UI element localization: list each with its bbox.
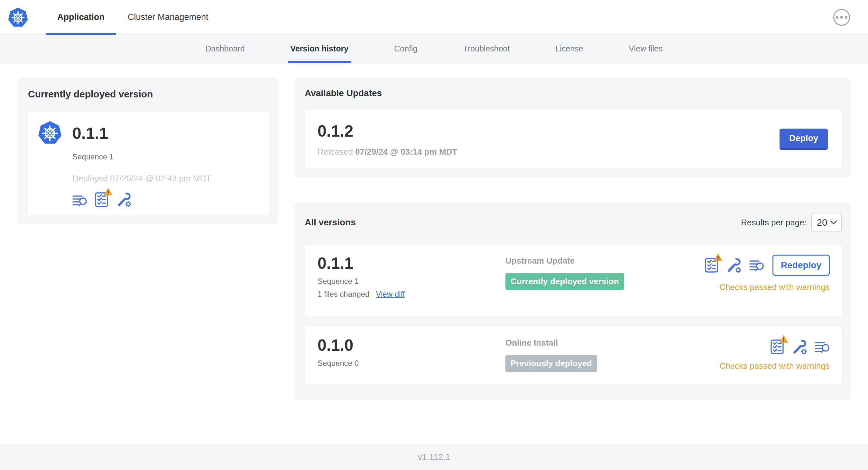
available-updates-title: Available Updates — [305, 88, 842, 98]
overflow-menu-button[interactable] — [833, 9, 850, 26]
config-icon[interactable] — [116, 192, 132, 207]
release-notes-icon[interactable] — [815, 340, 830, 354]
update-released-timestamp: Released 07/29/24 @ 03:14 pm MDT — [317, 147, 457, 157]
preflight-checks-warning-icon[interactable] — [705, 258, 718, 273]
warning-triangle-icon — [103, 188, 113, 196]
config-icon[interactable] — [726, 258, 742, 273]
currently-deployed-panel: Currently deployed version 0.1.1 Sequenc… — [18, 78, 278, 224]
tab-cluster-management[interactable]: Cluster Management — [116, 0, 220, 34]
kubernetes-logo-icon — [7, 0, 29, 34]
currently-deployed-title: Currently deployed version — [28, 89, 269, 100]
row-sequence: Sequence 1 — [317, 277, 505, 286]
results-per-page-value: 20 — [817, 217, 827, 228]
footer: v1.112.1 — [0, 444, 868, 470]
release-notes-icon[interactable] — [749, 258, 764, 272]
console-version-label: v1.112.1 — [417, 452, 451, 462]
status-badge: Previously deployed — [505, 355, 597, 372]
tab-license[interactable]: License — [553, 35, 586, 63]
warning-triangle-icon — [713, 253, 723, 261]
preflight-checks-warning-icon[interactable] — [771, 339, 784, 355]
version-history-content: Currently deployed version 0.1.1 Sequenc… — [0, 63, 868, 444]
app-sub-nav: Dashboard Version history Config Trouble… — [0, 35, 868, 63]
app-kubernetes-logo-icon — [37, 120, 63, 146]
ellipsis-icon — [845, 16, 847, 19]
available-update-card: 0.1.2 Released 07/29/24 @ 03:14 pm MDT D… — [305, 110, 842, 168]
ellipsis-icon — [836, 16, 838, 19]
results-per-page-select[interactable]: 20 — [811, 213, 842, 232]
released-date: 07/29/24 @ 03:14 pm MDT — [355, 147, 457, 157]
ellipsis-icon — [840, 16, 843, 19]
tab-view-files[interactable]: View files — [626, 35, 665, 63]
row-source-label: Online Install — [505, 338, 673, 348]
top-nav: Application Cluster Management — [0, 0, 868, 35]
results-per-page-label: Results per page: — [741, 217, 807, 228]
current-version-card: 0.1.1 Sequence 1 Deployed 07/29/24 @ 02:… — [28, 112, 269, 215]
warning-triangle-icon — [779, 335, 788, 343]
tab-dashboard[interactable]: Dashboard — [203, 35, 247, 63]
row-sequence: Sequence 0 — [317, 359, 505, 368]
row-source-label: Upstream Update — [505, 256, 673, 266]
current-version-deployed-timestamp: Deployed 07/29/24 @ 02:43 pm MDT — [72, 174, 260, 183]
all-versions-title: All versions — [305, 217, 356, 228]
tab-config[interactable]: Config — [392, 35, 420, 63]
updates-and-versions-section: Available Updates 0.1.2 Released 07/29/2… — [294, 78, 851, 400]
tab-application[interactable]: Application — [46, 0, 116, 34]
deploy-button[interactable]: Deploy — [779, 129, 828, 150]
config-icon[interactable] — [792, 339, 807, 355]
update-version-number: 0.1.2 — [317, 122, 457, 140]
currently-deployed-section: Currently deployed version 0.1.1 Sequenc… — [18, 78, 278, 224]
files-changed-label: 1 files changed — [317, 290, 369, 299]
preflight-status-link[interactable]: Checks passed with warnings — [720, 282, 830, 292]
row-version-number: 0.1.1 — [317, 255, 505, 272]
redeploy-button[interactable]: Redeploy — [772, 255, 830, 276]
all-versions-panel: All versions Results per page: 20 — [294, 203, 851, 400]
preflight-status-link[interactable]: Checks passed with warnings — [720, 361, 830, 371]
row-version-number: 0.1.0 — [317, 337, 505, 354]
current-version-sequence: Sequence 1 — [72, 153, 260, 161]
view-diff-link[interactable]: View diff — [376, 290, 405, 299]
preflight-checks-warning-icon[interactable] — [95, 192, 108, 207]
released-label: Released — [317, 147, 353, 157]
chevron-down-icon — [830, 220, 837, 225]
current-version-number: 0.1.1 — [72, 124, 108, 143]
status-badge: Currently deployed version — [505, 273, 624, 290]
release-notes-icon[interactable] — [72, 193, 87, 207]
tab-troubleshoot[interactable]: Troubleshoot — [460, 35, 512, 63]
version-row: 0.1.1 Sequence 1 1 files changed View di… — [305, 245, 842, 316]
version-row: 0.1.0 Sequence 0 Online Install Previous… — [305, 327, 842, 384]
tab-version-history[interactable]: Version history — [288, 35, 351, 63]
available-updates-panel: Available Updates 0.1.2 Released 07/29/2… — [294, 78, 851, 177]
admin-console-page: Application Cluster Management Dashboard… — [0, 0, 868, 470]
